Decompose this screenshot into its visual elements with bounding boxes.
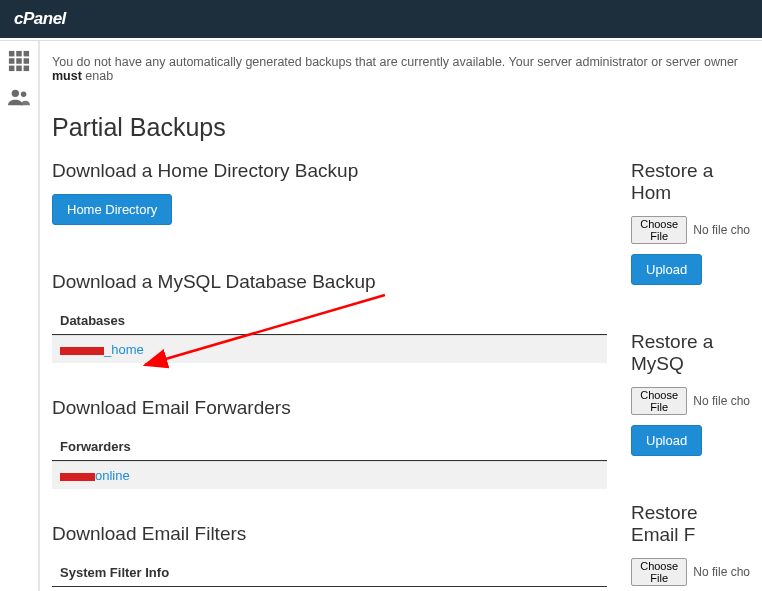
file-status: No file cho (693, 394, 750, 408)
table-row: _home (52, 335, 607, 363)
svg-rect-3 (9, 58, 14, 64)
home-directory-button[interactable]: Home Directory (52, 194, 172, 225)
svg-rect-2 (24, 51, 30, 57)
filters-table: System Filter Info (52, 557, 607, 587)
grid-icon[interactable] (8, 50, 30, 72)
svg-rect-4 (16, 58, 22, 64)
svg-rect-1 (16, 51, 22, 57)
choose-file-button[interactable]: Choose File (631, 558, 687, 586)
notice-text: You do not have any automatically genera… (52, 41, 750, 83)
choose-file-button[interactable]: Choose File (631, 216, 687, 244)
upload-button[interactable]: Upload (631, 425, 702, 456)
database-link[interactable]: _home (60, 342, 144, 357)
table-row: online (52, 461, 607, 489)
users-icon[interactable] (8, 86, 30, 108)
redacted-text (60, 473, 95, 481)
main-content: You do not have any automatically genera… (40, 41, 762, 591)
redacted-text (60, 347, 104, 355)
svg-point-9 (12, 90, 19, 97)
file-status: No file cho (693, 223, 750, 237)
svg-rect-0 (9, 51, 14, 57)
download-mysql-title: Download a MySQL Database Backup (52, 271, 607, 293)
forwarder-link[interactable]: online (60, 468, 130, 483)
download-forwarders-title: Download Email Forwarders (52, 397, 607, 419)
svg-rect-6 (9, 66, 14, 72)
file-status: No file cho (693, 565, 750, 579)
restore-forwarders-title: Restore Email F (631, 502, 750, 546)
download-filters-title: Download Email Filters (52, 523, 607, 545)
cpanel-logo: cPanel (14, 9, 66, 29)
restore-home-title: Restore a Hom (631, 160, 750, 204)
databases-table: Databases _home (52, 305, 607, 363)
svg-rect-7 (16, 66, 22, 72)
upload-button[interactable]: Upload (631, 254, 702, 285)
left-rail (0, 41, 40, 591)
databases-header: Databases (52, 305, 607, 335)
svg-rect-8 (24, 66, 30, 72)
restore-mysql-title: Restore a MySQ (631, 331, 750, 375)
choose-file-button[interactable]: Choose File (631, 387, 687, 415)
forwarders-table: Forwarders online (52, 431, 607, 489)
svg-point-10 (21, 92, 27, 98)
partial-backups-heading: Partial Backups (52, 113, 750, 142)
filters-header: System Filter Info (52, 557, 607, 587)
forwarders-header: Forwarders (52, 431, 607, 461)
svg-rect-5 (24, 58, 30, 64)
download-home-title: Download a Home Directory Backup (52, 160, 607, 182)
top-bar: cPanel (0, 0, 762, 38)
